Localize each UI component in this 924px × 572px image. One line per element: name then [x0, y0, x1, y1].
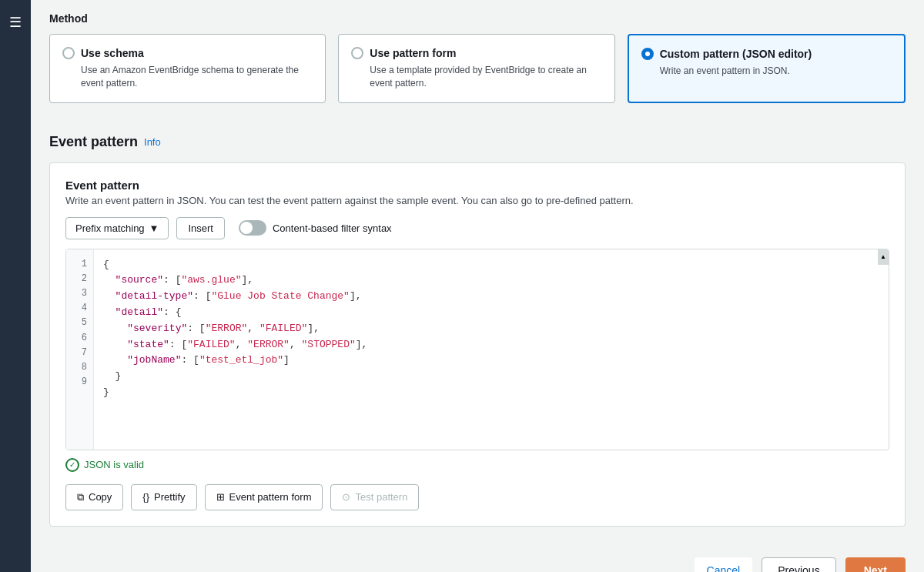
- footer-buttons: Cancel Previous Next: [31, 545, 924, 572]
- main-content: Method Use schema Use an Amazon EventBri…: [31, 0, 924, 572]
- event-pattern-form-label: Event pattern form: [229, 491, 312, 503]
- use-pattern-form-card[interactable]: Use pattern form Use a template provided…: [338, 34, 614, 103]
- line-numbers: 1 2 3 4 5 6 7 8 9: [66, 249, 94, 450]
- copy-label: Copy: [89, 491, 112, 503]
- custom-pattern-radio[interactable]: [641, 48, 654, 60]
- event-pattern-section-title: Event pattern Info: [49, 134, 906, 150]
- copy-button[interactable]: ⧉ Copy: [65, 484, 123, 510]
- use-pattern-form-radio[interactable]: [351, 47, 363, 59]
- insert-button[interactable]: Insert: [176, 217, 225, 239]
- event-pattern-card-title: Event pattern: [65, 179, 889, 192]
- test-pattern-label: Test pattern: [355, 491, 407, 503]
- use-pattern-form-desc: Use a template provided by EventBridge t…: [351, 64, 601, 90]
- code-editor-inner: 1 2 3 4 5 6 7 8 9 { "source": ["aws.glue…: [66, 249, 889, 450]
- code-content[interactable]: { "source": ["aws.glue"], "detail-type":…: [94, 249, 889, 450]
- toggle-knob: [240, 222, 253, 234]
- prefix-matching-label: Prefix matching: [75, 222, 145, 234]
- event-pattern-section: Event pattern Info Event pattern Write a…: [31, 122, 924, 545]
- event-pattern-card-desc: Write an event pattern in JSON. You can …: [65, 195, 889, 206]
- content-filter-toggle[interactable]: [239, 220, 266, 236]
- event-pattern-title-text: Event pattern: [49, 134, 138, 150]
- use-schema-radio[interactable]: [62, 47, 75, 59]
- prefix-matching-button[interactable]: Prefix matching ▼: [65, 217, 169, 239]
- test-pattern-button[interactable]: ⊙ Test pattern: [330, 484, 419, 510]
- event-pattern-form-button[interactable]: ⊞ Event pattern form: [205, 484, 323, 510]
- prettify-button[interactable]: {} Prettify: [131, 484, 196, 510]
- event-pattern-form-icon: ⊞: [216, 491, 225, 503]
- event-pattern-card: Event pattern Write an event pattern in …: [49, 162, 906, 527]
- json-valid-indicator: ✓ JSON is valid: [65, 458, 889, 472]
- custom-pattern-header: Custom pattern (JSON editor): [641, 48, 892, 60]
- previous-button[interactable]: Previous: [762, 557, 835, 572]
- use-schema-title: Use schema: [81, 47, 144, 59]
- test-pattern-icon: ⊙: [342, 491, 350, 503]
- code-editor[interactable]: 1 2 3 4 5 6 7 8 9 { "source": ["aws.glue…: [65, 249, 889, 450]
- custom-pattern-desc: Write an event pattern in JSON.: [641, 65, 892, 78]
- method-section: Method Use schema Use an Amazon EventBri…: [31, 0, 924, 122]
- use-schema-header: Use schema: [62, 47, 313, 59]
- use-pattern-form-title: Use pattern form: [370, 47, 456, 59]
- chevron-down-icon: ▼: [149, 222, 159, 234]
- content-filter-toggle-container: Content-based filter syntax: [239, 220, 392, 236]
- use-schema-desc: Use an Amazon EventBridge schema to gene…: [62, 64, 313, 90]
- custom-pattern-card[interactable]: Custom pattern (JSON editor) Write an ev…: [628, 34, 906, 103]
- action-buttons: ⧉ Copy {} Prettify ⊞ Event pattern form …: [65, 484, 889, 510]
- valid-check-icon: ✓: [65, 458, 79, 472]
- method-cards: Use schema Use an Amazon EventBridge sch…: [49, 34, 906, 103]
- prettify-icon: {}: [142, 491, 149, 503]
- cancel-button[interactable]: Cancel: [695, 557, 753, 572]
- scroll-up-button[interactable]: ▲: [878, 249, 889, 265]
- custom-pattern-title: Custom pattern (JSON editor): [660, 48, 812, 60]
- prettify-label: Prettify: [154, 491, 185, 503]
- insert-label: Insert: [188, 222, 213, 234]
- sidebar: ☰: [0, 0, 31, 572]
- next-button[interactable]: Next: [845, 557, 906, 572]
- copy-icon: ⧉: [77, 491, 84, 503]
- use-schema-card[interactable]: Use schema Use an Amazon EventBridge sch…: [49, 34, 326, 103]
- method-label: Method: [49, 12, 906, 25]
- info-link[interactable]: Info: [144, 136, 161, 148]
- content-filter-label: Content-based filter syntax: [273, 222, 392, 234]
- menu-icon[interactable]: ☰: [9, 14, 22, 31]
- json-valid-text: JSON is valid: [84, 459, 144, 470]
- use-pattern-form-header: Use pattern form: [351, 47, 601, 59]
- pattern-toolbar: Prefix matching ▼ Insert Content-based f…: [65, 217, 889, 239]
